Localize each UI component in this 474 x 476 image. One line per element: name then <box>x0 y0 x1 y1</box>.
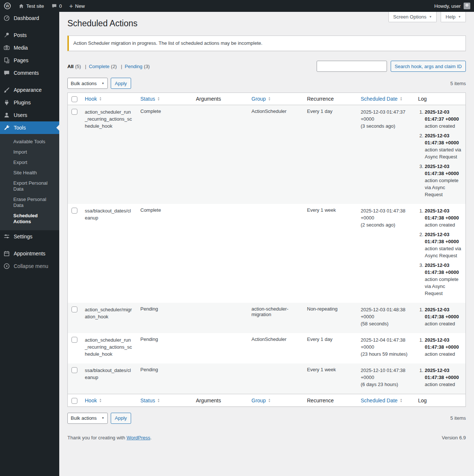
sort-by-scheduled-date[interactable]: Scheduled Date▲▼ <box>361 397 403 404</box>
sidebar-label-settings: Settings <box>14 234 33 239</box>
column-footer-scheduled-date: Scheduled Date▲▼ <box>357 394 414 406</box>
sort-by-status[interactable]: Status▲▼ <box>140 95 160 102</box>
sidebar-label-posts: Posts <box>14 32 27 38</box>
cell-status: Pending <box>137 363 192 394</box>
cell-arguments <box>192 105 248 204</box>
bulk-actions-select[interactable]: Bulk actions <box>67 413 108 424</box>
notice-text: Action Scheduler migration in progress. … <box>73 40 263 46</box>
row-checkbox[interactable] <box>71 306 77 312</box>
sidebar-item-comments[interactable]: Comments <box>0 67 59 79</box>
select-all-checkbox[interactable] <box>71 96 77 102</box>
sidebar-item-available-tools[interactable]: Available Tools <box>0 137 59 147</box>
sidebar-item-appearance[interactable]: Appearance <box>0 84 59 96</box>
row-checkbox[interactable] <box>71 367 77 373</box>
wordpress-logo-icon[interactable]: W <box>0 0 15 12</box>
admin-sidebar: Dashboard Posts Media Pages Comments App… <box>0 12 59 476</box>
select-all-checkbox[interactable] <box>71 398 77 404</box>
tablenav-bottom: Bulk actions ▼ Apply 5 items <box>67 413 466 424</box>
sidebar-item-media[interactable]: Media <box>0 41 59 54</box>
row-checkbox[interactable] <box>71 208 77 214</box>
screen-options-button[interactable]: Screen Options ▼ <box>388 12 437 22</box>
sort-by-scheduled-date[interactable]: Scheduled Date▲▼ <box>361 95 403 102</box>
new-label: New <box>75 3 85 9</box>
column-header-scheduled-date: Scheduled Date▲▼ <box>357 93 414 105</box>
sidebar-item-pages[interactable]: Pages <box>0 54 59 67</box>
sidebar-item-settings[interactable]: Settings <box>0 230 59 243</box>
filter-pending[interactable]: Pending(3) <box>125 64 150 69</box>
admin-footer: Thank you for creating with WordPress. V… <box>67 435 466 440</box>
cell-scheduled-date: 2025-12-03 01:47:38 +0000 (2 seconds ago… <box>357 204 414 303</box>
log-entry: 2025-12-03 01:47:38 +0000 action started… <box>425 231 462 259</box>
sidebar-item-scheduled-actions[interactable]: Scheduled Actions <box>0 211 59 227</box>
column-header-recurrence: Recurrence <box>303 93 357 105</box>
sort-by-hook[interactable]: Hook▲▼ <box>85 95 102 102</box>
wordpress-link[interactable]: WordPress <box>127 435 150 440</box>
sidebar-item-tools[interactable]: Tools <box>0 121 59 134</box>
cell-group <box>248 204 303 303</box>
sidebar-item-site-health[interactable]: Site Health <box>0 168 59 178</box>
sort-by-status[interactable]: Status▲▼ <box>140 397 160 404</box>
help-button[interactable]: Help ▼ <box>441 12 466 22</box>
search-box: Search hook, args and claim ID <box>317 61 466 72</box>
howdy-account-menu[interactable]: Howdy, user <box>431 0 474 12</box>
cell-arguments <box>192 333 248 363</box>
site-name-link[interactable]: Test site <box>15 0 48 12</box>
admin-bar: W Test site 0 + New Howdy, user <box>0 0 474 12</box>
collapse-arrow-icon <box>3 262 10 270</box>
cell-status: Pending <box>137 303 192 333</box>
sidebar-label-comments: Comments <box>14 70 39 76</box>
sidebar-item-posts[interactable]: Posts <box>0 29 59 41</box>
cell-recurrence: Every 1 day <box>303 333 357 363</box>
sidebar-item-erase-personal-data[interactable]: Erase Personal Data <box>0 194 59 211</box>
sidebar-item-collapse-menu[interactable]: Collapse menu <box>0 260 59 272</box>
plus-icon: + <box>69 3 73 9</box>
column-footer-status: Status▲▼ <box>137 394 192 406</box>
sort-by-group[interactable]: Group▲▼ <box>251 95 271 102</box>
posts-icon <box>3 31 10 39</box>
sort-by-group[interactable]: Group▲▼ <box>251 397 271 404</box>
apply-button[interactable]: Apply <box>111 413 131 424</box>
cell-group: ActionScheduler <box>248 105 303 204</box>
sidebar-label-appointments: Appointments <box>14 251 46 257</box>
row-checkbox[interactable] <box>71 109 77 115</box>
main-content: Screen Options ▼ Help ▼ Scheduled Action… <box>59 12 474 476</box>
comments-indicator[interactable]: 0 <box>48 0 66 12</box>
cell-arguments <box>192 303 248 333</box>
sidebar-item-users[interactable]: Users <box>0 109 59 121</box>
filter-all[interactable]: All(5) <box>67 64 89 69</box>
sidebar-item-export-personal-data[interactable]: Export Personal Data <box>0 178 59 194</box>
filter-complete[interactable]: Complete(2) <box>89 64 125 69</box>
screen-options-label: Screen Options <box>393 14 427 20</box>
menu-separator <box>0 24 59 29</box>
new-content-button[interactable]: + New <box>66 0 89 12</box>
table-row: action_scheduler_run_recurring_actions_s… <box>68 105 466 204</box>
sort-arrows-icon: ▲▼ <box>99 398 102 403</box>
svg-text:W: W <box>6 4 9 8</box>
search-submit-button[interactable]: Search hook, args and claim ID <box>391 61 466 72</box>
sidebar-item-appointments[interactable]: Appointments <box>0 247 59 260</box>
sort-arrows-icon: ▲▼ <box>268 398 271 403</box>
cell-log: 2025-12-03 01:47:38 +0000 action created <box>414 333 466 363</box>
cell-hook: action_scheduler_run_recurring_actions_s… <box>81 105 137 204</box>
log-entry: 2025-12-03 01:47:38 +0000 action created <box>425 336 462 358</box>
sort-by-hook[interactable]: Hook▲▼ <box>85 397 102 404</box>
table-row: action_scheduler_run_recurring_actions_s… <box>68 333 466 363</box>
column-header-group: Group▲▼ <box>248 93 303 105</box>
sort-arrows-icon: ▲▼ <box>99 97 102 101</box>
sidebar-item-plugins[interactable]: Plugins <box>0 96 59 109</box>
settings-icon <box>3 233 10 240</box>
chevron-down-icon: ▼ <box>429 15 432 19</box>
row-checkbox[interactable] <box>71 337 77 343</box>
table-row: ssa/blackout_dates/cleanup Complete Ever… <box>68 204 466 303</box>
sidebar-item-import[interactable]: Import <box>0 147 59 157</box>
appointments-calendar-icon <box>3 250 10 257</box>
scheduled-actions-table: Hook▲▼ Status▲▼ Arguments Group▲▼ Recurr… <box>67 93 466 407</box>
sidebar-item-export[interactable]: Export <box>0 157 59 168</box>
apply-button[interactable]: Apply <box>111 78 131 89</box>
sidebar-item-dashboard[interactable]: Dashboard <box>0 12 59 24</box>
search-input[interactable] <box>317 61 387 72</box>
column-header-arguments: Arguments <box>192 93 248 105</box>
cell-recurrence: Non-repeating <box>303 303 357 333</box>
items-count: 5 items <box>450 415 466 421</box>
bulk-actions-select[interactable]: Bulk actions <box>67 78 108 89</box>
